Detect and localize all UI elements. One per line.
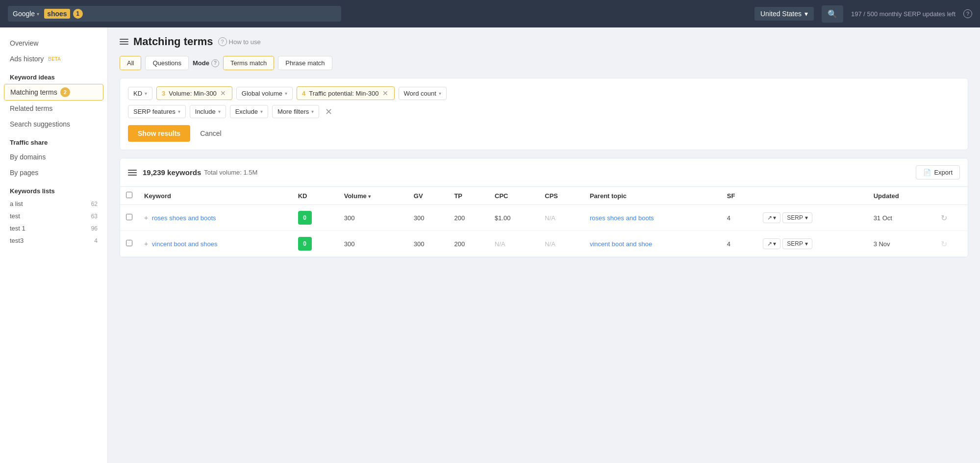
export-button[interactable]: 📄 Export	[916, 165, 960, 180]
row1-add-icon[interactable]: +	[144, 214, 148, 222]
row2-refresh-icon[interactable]: ↻	[941, 240, 947, 248]
select-all-checkbox[interactable]	[126, 192, 132, 198]
th-volume[interactable]: Volume ▾	[338, 187, 408, 205]
sidebar-item-matching-terms[interactable]: Matching terms 2	[4, 84, 103, 101]
hamburger-icon[interactable]	[120, 39, 128, 45]
sidebar-item-by-domains[interactable]: By domains	[0, 149, 107, 165]
row1-trend-button[interactable]: ↗ ▾	[763, 212, 780, 223]
traffic-potential-close-icon[interactable]: ✕	[381, 89, 389, 97]
how-to-use-link[interactable]: ? How to use	[218, 37, 261, 46]
results-panel: 19,239 keywords Total volume: 1.5M 📄 Exp…	[120, 158, 968, 257]
engine-selector[interactable]: Google ▾	[13, 10, 39, 18]
row2-serp-dropdown[interactable]: SERP ▾	[782, 238, 812, 249]
row1-refresh-icon[interactable]: ↻	[941, 214, 947, 222]
sidebar-item-related-terms[interactable]: Related terms	[0, 101, 107, 116]
global-volume-label: Global volume	[242, 90, 282, 97]
nav-right: United States ▾ 🔍 197 / 500 monthly SERP…	[754, 5, 972, 23]
help-icon[interactable]: ?	[963, 9, 972, 18]
show-results-button[interactable]: Show results	[128, 125, 190, 142]
row2-kd-badge: 0	[298, 237, 312, 251]
sidebar-list-item-test3[interactable]: test3 4	[0, 234, 107, 247]
row1-checkbox[interactable]	[126, 214, 132, 220]
serp-features-filter[interactable]: SERP features ▾	[128, 105, 186, 118]
trend-icon: ↗	[767, 214, 772, 221]
results-hamburger-icon[interactable]	[128, 170, 137, 176]
export-label: Export	[934, 169, 953, 176]
keyword-ideas-section-title: Keyword ideas	[0, 67, 107, 84]
sidebar-list-item-a-list[interactable]: a list 62	[0, 198, 107, 210]
row2-trend-button[interactable]: ↗ ▾	[763, 238, 780, 249]
main-content: Matching terms ? How to use All Question…	[108, 27, 980, 463]
sidebar-list-item-test1[interactable]: test 1 96	[0, 222, 107, 234]
clear-all-button[interactable]: ✕	[323, 106, 334, 117]
test-count: 63	[91, 213, 98, 220]
serp-label: SERP	[787, 214, 803, 221]
th-keyword: Keyword	[138, 187, 292, 205]
row2-keyword-link[interactable]: vincent boot and shoes	[152, 240, 218, 248]
by-pages-label: By pages	[10, 169, 38, 177]
row1-serp-dropdown[interactable]: SERP ▾	[782, 212, 812, 223]
tab-phrase-match[interactable]: Phrase match	[278, 56, 332, 70]
tab-questions[interactable]: Questions	[145, 56, 189, 70]
row2-updated-cell: 3 Nov	[868, 231, 935, 257]
keywords-table: Keyword KD Volume ▾ GV TP	[120, 187, 968, 257]
th-cpc: CPC	[489, 187, 539, 205]
traffic-potential-filter[interactable]: 4 Traffic potential: Min-300 ✕	[297, 86, 395, 100]
row1-refresh-cell: ↻	[935, 205, 968, 231]
beta-badge: BETA	[48, 56, 60, 62]
volume-filter-label: Volume: Min-300	[169, 90, 217, 97]
kd-filter[interactable]: KD ▾	[128, 87, 152, 100]
country-chevron-icon: ▾	[804, 10, 808, 18]
serp-chevron-icon: ▾	[805, 240, 808, 247]
row2-add-icon[interactable]: +	[144, 240, 148, 248]
word-count-label: Word count	[404, 90, 436, 97]
row2-checkbox-cell	[120, 231, 138, 257]
cancel-button[interactable]: Cancel	[196, 125, 226, 142]
country-selector[interactable]: United States ▾	[754, 7, 814, 21]
row2-checkbox[interactable]	[126, 240, 132, 246]
search-button[interactable]: 🔍	[822, 5, 843, 23]
exclude-filter[interactable]: Exclude ▾	[230, 105, 268, 118]
include-filter[interactable]: Include ▾	[190, 105, 226, 118]
search-keyword-tag[interactable]: shoes	[44, 9, 70, 19]
serp-counter: 197 / 500 monthly SERP updates left	[851, 10, 955, 18]
row2-tp-cell: 200	[448, 231, 489, 257]
include-chevron-icon: ▾	[218, 109, 221, 114]
sidebar-item-overview[interactable]: Overview	[0, 35, 107, 51]
search-bar[interactable]: Google ▾ shoes 1	[8, 6, 341, 22]
page-header: Matching terms ? How to use	[120, 35, 968, 48]
export-icon: 📄	[923, 169, 931, 176]
word-count-chevron-icon: ▾	[439, 91, 441, 96]
mode-help-icon[interactable]: ?	[211, 59, 219, 67]
row1-keyword-link[interactable]: roses shoes and boots	[152, 214, 216, 222]
sidebar-list-item-test[interactable]: test 63	[0, 210, 107, 222]
row1-gv-cell: 300	[408, 205, 449, 231]
th-cps: CPS	[539, 187, 584, 205]
volume-filter-badge: 3	[162, 90, 165, 97]
results-header: 19,239 keywords Total volume: 1.5M 📄 Exp…	[120, 158, 968, 187]
sidebar-ads-history-label: Ads history	[10, 55, 44, 63]
row1-parent-topic-link[interactable]: roses shoes and boots	[590, 214, 654, 222]
kd-chevron-icon: ▾	[145, 91, 147, 96]
traffic-potential-label: Traffic potential: Min-300	[309, 90, 378, 97]
sidebar-item-ads-history[interactable]: Ads history BETA	[0, 51, 107, 67]
tab-terms-match[interactable]: Terms match	[223, 56, 274, 70]
traffic-potential-badge: 4	[302, 90, 305, 97]
more-filters[interactable]: More filters ▾	[272, 105, 319, 118]
volume-filter-close-icon[interactable]: ✕	[219, 89, 227, 97]
sidebar-item-by-pages[interactable]: By pages	[0, 165, 107, 180]
tab-all[interactable]: All	[120, 56, 141, 70]
word-count-filter[interactable]: Word count ▾	[399, 87, 447, 100]
row2-parent-topic-link[interactable]: vincent boot and shoe	[590, 240, 652, 248]
filter-row-1: KD ▾ 3 Volume: Min-300 ✕ Global volume ▾…	[128, 86, 960, 100]
filter-row-2: SERP features ▾ Include ▾ Exclude ▾ More…	[128, 105, 960, 118]
sidebar: Overview Ads history BETA Keyword ideas …	[0, 27, 108, 463]
sidebar-item-search-suggestions[interactable]: Search suggestions	[0, 116, 107, 132]
by-domains-label: By domains	[10, 153, 46, 161]
how-to-use-label: How to use	[229, 38, 261, 46]
volume-filter[interactable]: 3 Volume: Min-300 ✕	[156, 86, 232, 100]
sidebar-search-suggestions-label: Search suggestions	[10, 120, 70, 128]
th-updated: Updated	[868, 187, 935, 205]
global-volume-filter[interactable]: Global volume ▾	[236, 87, 293, 100]
serp-chevron-icon: ▾	[805, 214, 808, 221]
